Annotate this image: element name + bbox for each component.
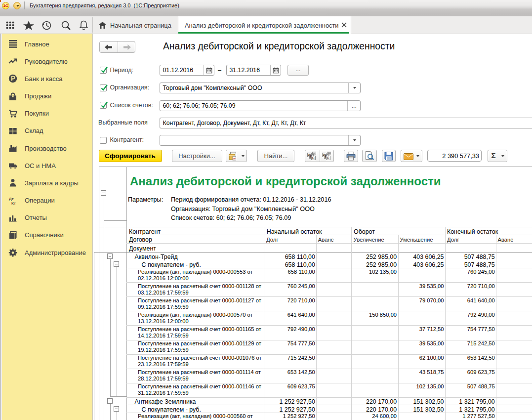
svg-text:С: С: [312, 156, 315, 160]
svg-text:С: С: [327, 156, 329, 160]
svg-text:Кт: Кт: [11, 201, 16, 205]
